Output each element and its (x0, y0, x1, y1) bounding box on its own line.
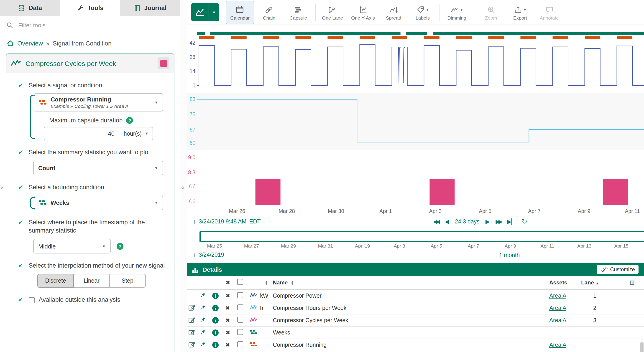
filter-tools-input[interactable] (17, 21, 174, 29)
step-back-full-icon[interactable]: ◀◀ (433, 218, 439, 225)
tab-data[interactable]: Data (0, 0, 60, 16)
breadcrumb-overview-link[interactable]: Overview (17, 40, 43, 47)
step-forward-full-icon[interactable]: ▶▶ (496, 218, 501, 225)
step-forward-icon[interactable]: ▶ (486, 218, 490, 225)
collapse-panel-icon[interactable]: « (181, 184, 184, 191)
condition-icon (39, 200, 46, 206)
info-icon[interactable]: i (212, 317, 218, 324)
interp-option-step[interactable]: Step (110, 274, 146, 288)
display-range-duration[interactable]: 24.3 days (455, 218, 479, 225)
row-checkbox[interactable] (237, 329, 243, 335)
trend-chart[interactable]: 4228140837567609.08.37.77.0Mar 26Mar 28M… (187, 24, 644, 216)
info-icon[interactable]: i (212, 342, 218, 348)
interp-option-discrete[interactable]: Discrete (37, 274, 74, 288)
edit-icon[interactable] (188, 341, 196, 348)
row-checkbox[interactable] (237, 305, 243, 310)
dimming-button[interactable]: ▼Dimming (443, 1, 471, 24)
lane-column-header[interactable]: Lane ▲ (581, 279, 608, 286)
export-button[interactable]: ▼Export (506, 1, 534, 24)
scrollbar-thumb[interactable] (640, 342, 644, 352)
row-checkbox[interactable] (237, 317, 243, 323)
available-outside-input[interactable] (29, 297, 34, 303)
timestamp-select[interactable]: Middle ▼ (33, 239, 111, 254)
toolbar-buttons: CalendarChainCapsuleOne LaneOne Y-AxisSp… (226, 1, 564, 24)
tab-journal[interactable]: Journal (120, 0, 180, 16)
sort-name-icon[interactable]: ▲▼ (291, 280, 294, 285)
zoom-button: Zoom (477, 1, 505, 24)
wrench-icon (76, 4, 84, 11)
investigate-range-start-text[interactable]: 3/24/2019 (199, 252, 224, 258)
home-icon[interactable] (6, 39, 14, 47)
remove-icon[interactable]: ✖ (226, 293, 230, 299)
details-row[interactable]: i✖Compressor RunningArea A (187, 339, 644, 351)
sort-type-icon[interactable]: ▲▼ (265, 280, 268, 285)
timezone-link[interactable]: EDT (249, 218, 260, 225)
display-range-start-text[interactable]: 3/24/2019 9:48 AM (199, 218, 246, 225)
investigate-range-duration[interactable]: 1 month (499, 252, 520, 259)
asset-link[interactable]: Area A (549, 305, 566, 311)
chain-button[interactable]: Chain (255, 1, 283, 24)
asset-link[interactable]: Area A (549, 293, 566, 299)
timeline-range-selector[interactable] (200, 231, 644, 242)
info-icon[interactable]: i (212, 305, 218, 311)
duration-unit-select[interactable]: hour(s) ▼ (120, 127, 153, 140)
pin-icon[interactable] (199, 329, 206, 336)
one-lane-button[interactable]: One Lane (318, 1, 346, 24)
details-row[interactable]: i✖kWCompressor PowerArea A1 (187, 290, 644, 302)
svg-text:75: 75 (190, 111, 196, 117)
tab-tools[interactable]: Tools (60, 0, 120, 16)
asset-link[interactable]: Area A (549, 317, 566, 324)
pin-icon[interactable] (199, 316, 206, 323)
step-back-icon[interactable]: ◀ (445, 218, 449, 225)
remove-icon[interactable]: ✖ (226, 342, 230, 348)
collapse-sidebar-icon[interactable]: « (0, 184, 4, 191)
details-row[interactable]: i✖hCompressor Hours per WeekArea A2 (187, 302, 644, 315)
details-title: Details (192, 266, 222, 273)
edit-icon[interactable] (188, 304, 196, 311)
pin-icon[interactable] (199, 341, 206, 348)
help-icon[interactable]: ? (126, 117, 133, 124)
edit-icon[interactable] (188, 328, 196, 336)
labels-button[interactable]: ▼Labels (408, 1, 437, 24)
details-header: Details Customize (187, 263, 644, 276)
seeq-workbench: Data Tools Journal Overview » Signal fro… (0, 0, 644, 352)
one-y-axis-button[interactable]: One Y-Axis (348, 1, 378, 24)
color-picker-button[interactable] (158, 57, 170, 69)
details-row[interactable]: i✖Weeks (187, 327, 644, 339)
calendar-button[interactable]: Calendar (226, 1, 254, 24)
help-icon[interactable]: ? (116, 243, 124, 250)
statistic-select[interactable]: Count ▼ (33, 161, 163, 175)
max-capsule-duration-input[interactable] (44, 127, 120, 140)
details-row[interactable]: i✖Compressor Cycles per WeekArea A3 (187, 315, 644, 327)
remove-icon[interactable]: ✖ (226, 317, 230, 324)
toolbar-button-label: Zoom (485, 15, 497, 20)
row-checkbox[interactable] (237, 341, 243, 347)
signal-select[interactable]: Compressor Running Example » Cooling Tow… (34, 93, 163, 111)
remove-icon[interactable]: ✖ (226, 305, 230, 311)
spread-button[interactable]: Spread (380, 1, 408, 24)
interp-option-linear[interactable]: Linear (74, 274, 110, 288)
pin-icon[interactable] (199, 304, 206, 311)
info-icon[interactable]: i (212, 330, 218, 336)
add-column-icon[interactable]: ⊞ (608, 279, 644, 286)
available-outside-checkbox[interactable]: Available outside this analysis (29, 296, 120, 304)
row-checkbox[interactable] (237, 292, 243, 298)
customize-button[interactable]: Customize (596, 265, 638, 274)
trend-view-button[interactable]: ▼ (191, 3, 219, 21)
select-all-checkbox[interactable] (237, 279, 243, 285)
step-to-end-icon[interactable]: ▶▏ (507, 218, 516, 225)
info-icon[interactable]: i (212, 293, 218, 299)
item-name: Weeks (273, 330, 549, 336)
remove-icon[interactable]: ✖ (226, 330, 230, 336)
edit-icon[interactable] (188, 316, 196, 323)
asset-link[interactable]: Area A (549, 342, 566, 348)
pin-icon[interactable] (199, 292, 206, 299)
capsule-button[interactable]: Capsule (284, 1, 312, 24)
bounding-condition-select[interactable]: Weeks ▼ (34, 195, 163, 210)
assets-column-header[interactable]: Assets (549, 279, 581, 286)
refresh-icon[interactable]: ↻ (522, 219, 527, 224)
remove-all-icon[interactable]: ✖ (226, 279, 230, 286)
panel-resizer[interactable]: « (180, 0, 187, 352)
name-column-header[interactable]: Name ▲▼ (273, 279, 549, 286)
step-label: Select where to place the timestamp of t… (29, 218, 167, 235)
